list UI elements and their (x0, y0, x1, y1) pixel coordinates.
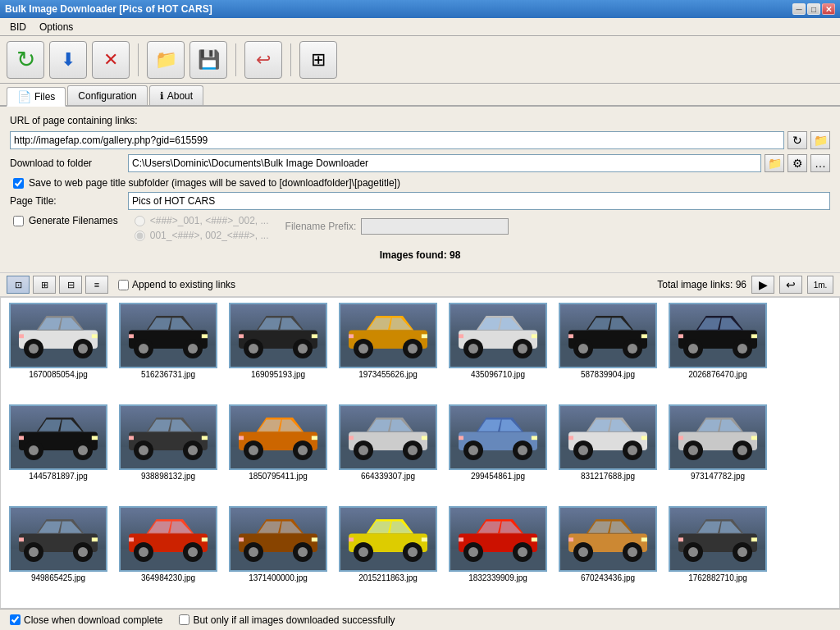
app-title: Bulk Image Downloader [Pics of HOT CARS] (5, 3, 212, 15)
thumbnail-label: 169095193.jpg (251, 370, 305, 379)
cancel-button[interactable]: ✕ (92, 41, 130, 79)
gallery-outer: 1670085054.jpg516236731.jpg169095193.jpg… (0, 297, 840, 609)
thumbnail-canvas (119, 303, 217, 368)
radio-option1-label: <###>_001, <###>_002, ... (150, 215, 269, 226)
back-button[interactable]: ↩ (779, 276, 802, 294)
folder-label: Download to folder (10, 158, 125, 169)
save-icon: 💾 (198, 49, 220, 71)
thumbnail-image (559, 303, 657, 368)
minimize-button[interactable]: ─ (792, 3, 806, 15)
only-if-all-label: But only if all images downloaded succes… (193, 614, 395, 626)
medium-view-icon: ⊞ (41, 280, 48, 290)
close-button[interactable]: ✕ (822, 3, 835, 15)
revert-button[interactable]: ↩ (244, 41, 282, 79)
thumbnail-label: 435096710.jpg (471, 370, 525, 379)
gallery-item[interactable]: 1445781897.jpg (6, 404, 111, 501)
thumbnail-image (449, 506, 547, 572)
generate-filenames-label: Generate Filenames (29, 215, 118, 226)
folder-more-button[interactable]: … (810, 154, 830, 172)
thumbnail-canvas (119, 506, 217, 572)
tab-files[interactable]: 📄 Files (7, 87, 66, 107)
gallery-item[interactable]: 1832339909.jpg (445, 506, 550, 603)
gallery-item[interactable]: 2026876470.jpg (665, 303, 770, 399)
close-when-done-label: Close when download complete (24, 614, 162, 626)
thumbnail-label: 299454861.jpg (471, 472, 525, 481)
thumbnail-canvas (339, 404, 437, 470)
url-folder-button[interactable]: 📁 (810, 131, 830, 149)
page-title-input[interactable] (128, 192, 830, 210)
menu-bar: BID Options (0, 18, 840, 36)
view-list-button[interactable]: ≡ (85, 276, 108, 294)
thumbnail-canvas (449, 303, 547, 368)
gallery-item[interactable]: 938898132.jpg (116, 404, 221, 501)
thumbnail-canvas (669, 506, 767, 572)
gallery-item[interactable]: 1670085054.jpg (6, 303, 111, 399)
thumbnail-canvas (559, 506, 657, 572)
thumbnail-image (119, 303, 217, 368)
close-when-done-checkbox[interactable] (10, 614, 21, 625)
gallery-item[interactable]: 670243436.jpg (555, 506, 660, 603)
gallery-item[interactable]: 1762882710.jpg (665, 506, 770, 603)
gallery-item[interactable]: 1371400000.jpg (226, 506, 331, 603)
save-subfolder-checkbox[interactable] (13, 178, 24, 189)
revert-icon: ↩ (256, 49, 271, 71)
gallery-item[interactable]: 949865425.jpg (6, 506, 111, 603)
thumbnail-image (229, 506, 327, 572)
play-button[interactable]: ▶ (751, 276, 774, 294)
radio-option1[interactable] (135, 216, 145, 226)
gallery-item[interactable]: 831217688.jpg (555, 404, 660, 501)
gallery-item[interactable]: 435096710.jpg (445, 303, 550, 399)
tab-about[interactable]: ℹ About (149, 85, 203, 105)
thumbnail-label: 670243436.jpg (581, 573, 635, 582)
folder-action-button[interactable]: ⚙ (788, 154, 807, 172)
thumbnail-label: 2015211863.jpg (358, 573, 418, 582)
gallery-item[interactable]: 516236731.jpg (116, 303, 221, 399)
thumbnail-image (669, 506, 767, 572)
gallery-item[interactable]: 169095193.jpg (226, 303, 331, 399)
list-view-icon: ≡ (94, 280, 99, 290)
url-input[interactable] (10, 131, 784, 149)
gallery-item[interactable]: 1973455626.jpg (336, 303, 441, 399)
filename-prefix-input[interactable] (361, 218, 509, 235)
only-if-all-checkbox[interactable] (179, 614, 189, 625)
thumbnail-canvas (9, 506, 107, 572)
gallery-item[interactable]: 664339307.jpg (336, 404, 441, 501)
thumbnail-canvas (339, 303, 437, 368)
tab-configuration[interactable]: Configuration (67, 85, 147, 105)
thumbnail-label: 587839904.jpg (581, 370, 635, 379)
folder-input[interactable] (128, 154, 761, 172)
gallery-item[interactable]: 1850795411.jpg (226, 404, 331, 501)
thumbnail-canvas (119, 404, 217, 470)
download-button[interactable]: ⬇ (49, 41, 87, 79)
open-folder-button[interactable]: 📁 (147, 41, 185, 79)
maximize-button[interactable]: □ (807, 3, 820, 15)
gallery-item[interactable]: 2015211863.jpg (336, 506, 441, 603)
url-refresh-button[interactable]: ↻ (788, 131, 807, 149)
append-links-checkbox[interactable] (118, 280, 129, 290)
gallery-item[interactable]: 299454861.jpg (445, 404, 550, 501)
thumbnail-label: 831217688.jpg (581, 472, 635, 481)
thumbnail-label: 1371400000.jpg (249, 573, 308, 582)
radio-option2-label: 001_<###>, 002_<###>, ... (150, 230, 269, 241)
view-medium-button[interactable]: ⊞ (33, 276, 56, 294)
folder-browse-button[interactable]: 📁 (765, 154, 784, 172)
thumbnail-label: 1670085054.jpg (29, 370, 88, 379)
thumbnail-canvas (669, 404, 767, 470)
view-small-button[interactable]: ⊟ (59, 276, 82, 294)
gallery-item[interactable]: 973147782.jpg (665, 404, 770, 501)
refresh-button[interactable]: ↻ (7, 41, 44, 79)
grid-button[interactable]: ⊞ (299, 41, 337, 79)
thumbnail-label: 949865425.jpg (31, 573, 85, 582)
gallery-item[interactable]: 587839904.jpg (555, 303, 660, 399)
generate-filenames-checkbox[interactable] (13, 216, 24, 226)
radio-option2[interactable] (135, 231, 145, 241)
gallery-item[interactable]: 364984230.jpg (116, 506, 221, 603)
view-large-button[interactable]: ⊡ (7, 276, 30, 294)
save-button[interactable]: 💾 (189, 41, 227, 79)
only-if-all-option: But only if all images downloaded succes… (179, 614, 395, 626)
gallery-scroll[interactable]: 1670085054.jpg516236731.jpg169095193.jpg… (1, 298, 839, 608)
thumbnail-image (339, 303, 437, 368)
menu-options[interactable]: Options (33, 20, 80, 34)
thumbnail-label: 1445781897.jpg (29, 472, 88, 481)
menu-bid[interactable]: BID (3, 20, 33, 34)
